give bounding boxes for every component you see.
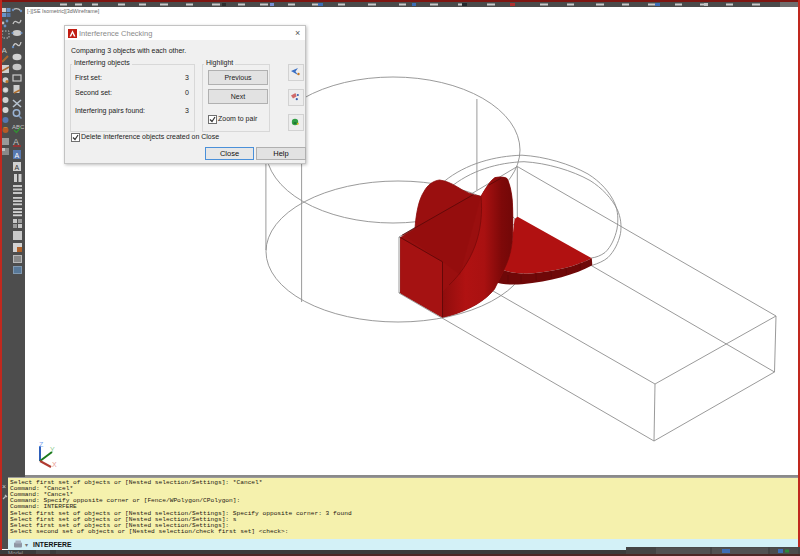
svg-text:A: A	[2, 46, 8, 55]
svg-text:X: X	[52, 461, 57, 468]
svg-text:Z: Z	[39, 441, 44, 448]
svg-text:A: A	[15, 164, 20, 171]
svg-text:Y: Y	[50, 446, 55, 453]
svg-text:A: A	[15, 152, 20, 159]
